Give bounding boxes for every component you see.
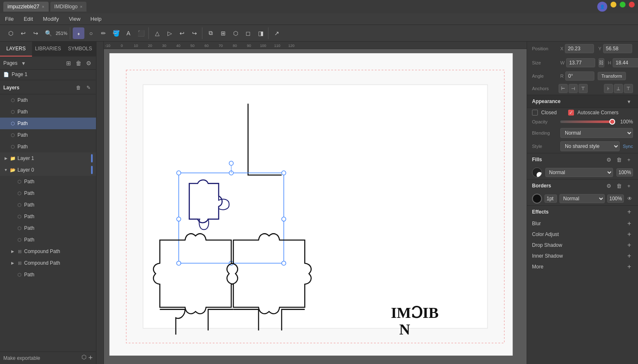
pages-add[interactable]: ⊞ [64, 59, 73, 67]
minimize-button[interactable] [611, 2, 616, 7]
tab-symbols[interactable]: SYMBOLS [64, 42, 96, 57]
angle-input[interactable] [565, 71, 594, 81]
effects-add-btn[interactable]: + [626, 208, 633, 216]
handle-mr[interactable] [282, 217, 286, 221]
layer-item-path-4[interactable]: ⬡ Path [0, 129, 96, 141]
transform-button[interactable]: Transform [598, 72, 626, 80]
fill-opacity-input[interactable] [616, 168, 633, 177]
pages-delete[interactable]: 🗑 [74, 59, 83, 67]
anchor-left[interactable]: ⊢ [559, 84, 568, 93]
opacity-thumb[interactable] [609, 119, 615, 125]
rotate-right-btn[interactable]: ▷ [164, 27, 175, 39]
style-select[interactable]: No shared style [560, 141, 620, 151]
align-top[interactable]: ⊦ [604, 84, 613, 93]
pen-tool[interactable]: ✏ [98, 27, 109, 39]
ellipse-tool[interactable]: ○ [85, 27, 97, 39]
layer-child-compound-1[interactable]: ▶ ⊞ Compound Path [0, 246, 96, 257]
tab-libraries[interactable]: LIBRARIES [32, 42, 64, 57]
titlebar-tab-imdiblogo[interactable]: IMDIBlogo × [50, 2, 87, 12]
image-tool[interactable]: ⬛ [135, 27, 147, 39]
effect-inner-shadow[interactable]: Inner Shadow + [527, 251, 638, 261]
titlebar-tab-impuzzleble27[interactable]: impuzzleble27 × [3, 2, 49, 12]
canvas-svg[interactable]: IMƆIB N [104, 49, 527, 364]
bucket-tool[interactable]: 🪣 [110, 27, 122, 39]
closed-checkbox[interactable] [532, 110, 538, 116]
more-add-btn[interactable]: + [626, 263, 633, 271]
border-size-input[interactable] [544, 194, 557, 203]
layer-child-path-7[interactable]: ⬡ Path [0, 269, 96, 280]
rotate-left-btn[interactable]: △ [151, 27, 163, 39]
border-visibility-btn[interactable]: 👁 [626, 195, 633, 202]
menu-view[interactable]: View [67, 15, 82, 23]
ungroup-btn[interactable]: ⊞ [217, 27, 229, 39]
effect-more[interactable]: More + [527, 261, 638, 272]
maximize-button[interactable] [620, 2, 626, 7]
opacity-slider[interactable] [560, 121, 615, 123]
canvas-area[interactable]: -10 0 10 20 30 40 50 60 70 80 90 100 110… [96, 42, 527, 364]
flip-h-btn[interactable]: ↩ [176, 27, 188, 39]
h-input[interactable] [613, 58, 638, 67]
zoom-button[interactable]: 🔍 [42, 27, 54, 39]
color-add-btn[interactable]: + [626, 231, 633, 238]
style-sync-button[interactable]: Sync [623, 144, 633, 149]
tab-close-icon[interactable]: × [42, 5, 44, 9]
menu-file[interactable]: File [3, 15, 15, 23]
layer-item-layer0[interactable]: ▼ 📂 Layer 0 [0, 164, 96, 176]
autoscale-checkbox[interactable]: ✓ [568, 110, 574, 116]
align-middle[interactable]: ⊥ [614, 84, 623, 93]
page-1-item[interactable]: 📄 Page 1 [0, 70, 96, 79]
drop-add-btn[interactable]: + [626, 241, 633, 249]
layers-add-btn[interactable]: ✎ [84, 84, 93, 92]
borders-add-btn[interactable]: + [625, 182, 633, 190]
text-tool[interactable]: A [123, 27, 134, 39]
layer-child-path-3[interactable]: ⬡ Path [0, 199, 96, 211]
layer-item-path-5[interactable]: ⬡ Path [0, 141, 96, 152]
tab-close-icon[interactable]: × [80, 5, 83, 9]
layer-child-path-2[interactable]: ⬡ Path [0, 187, 96, 199]
y-input[interactable] [603, 44, 632, 53]
layers-delete-btn[interactable]: 🗑 [74, 84, 83, 92]
flip-v-btn[interactable]: ↪ [189, 27, 200, 39]
fills-add-btn[interactable]: + [625, 155, 633, 164]
layer-child-compound-2[interactable]: ▶ ⊞ Compound Path [0, 257, 96, 269]
borders-delete-btn[interactable]: 🗑 [615, 182, 623, 190]
fills-settings-btn[interactable]: ⚙ [605, 155, 613, 164]
handle-bl[interactable] [177, 261, 181, 265]
menu-edit[interactable]: Edit [22, 15, 34, 23]
undo-button[interactable]: ↩ [17, 27, 29, 39]
boolean-subtract-btn[interactable]: ◻ [242, 27, 254, 39]
blur-add-btn[interactable]: + [626, 220, 633, 227]
fill-swatch[interactable] [532, 167, 542, 177]
anchor-right[interactable]: ⊤ [579, 84, 588, 93]
w-input[interactable] [566, 58, 595, 67]
fill-mode-select[interactable]: Normal [545, 168, 613, 177]
borders-settings-btn[interactable]: ⚙ [605, 182, 613, 190]
blending-select[interactable]: Normal Multiply Screen [560, 128, 633, 138]
export-btn[interactable]: ↗ [271, 27, 283, 39]
select-tool[interactable]: ⬧ [73, 27, 84, 39]
boolean-union-btn[interactable]: ⬡ [230, 27, 241, 39]
exportable-layout-btn[interactable]: ⬡ [81, 354, 86, 362]
appearance-expand[interactable]: ▾ [625, 97, 633, 106]
layer-child-path-1[interactable]: ⬡ Path [0, 176, 96, 187]
layer-child-path-5[interactable]: ⬡ Path [0, 222, 96, 234]
border-mode-select[interactable]: Normal [559, 194, 605, 203]
effect-drop-shadow[interactable]: Drop Shadow + [527, 240, 638, 251]
border-swatch[interactable] [532, 194, 542, 204]
align-bottom[interactable]: ⊤ [624, 84, 633, 93]
mask-btn[interactable]: ◨ [255, 27, 266, 39]
layer-item-path-3[interactable]: ⬡ Path [0, 118, 96, 129]
inner-add-btn[interactable]: + [626, 252, 633, 260]
tab-layers[interactable]: LAYERS [0, 42, 32, 57]
menu-modify[interactable]: Modify [41, 15, 60, 23]
fills-delete-btn[interactable]: 🗑 [615, 155, 623, 164]
effect-color-adjust[interactable]: Color Adjust + [527, 229, 638, 240]
pages-settings[interactable]: ⚙ [84, 59, 93, 67]
handle-tr[interactable] [282, 171, 286, 175]
anchor-center[interactable]: ⊣ [569, 84, 578, 93]
border-opacity-input[interactable] [607, 194, 624, 203]
handle-tl[interactable] [177, 171, 181, 175]
x-input[interactable] [565, 44, 594, 53]
size-link-btn[interactable]: ⛓ [599, 58, 604, 67]
pages-toggle[interactable]: ▾ [19, 59, 27, 67]
